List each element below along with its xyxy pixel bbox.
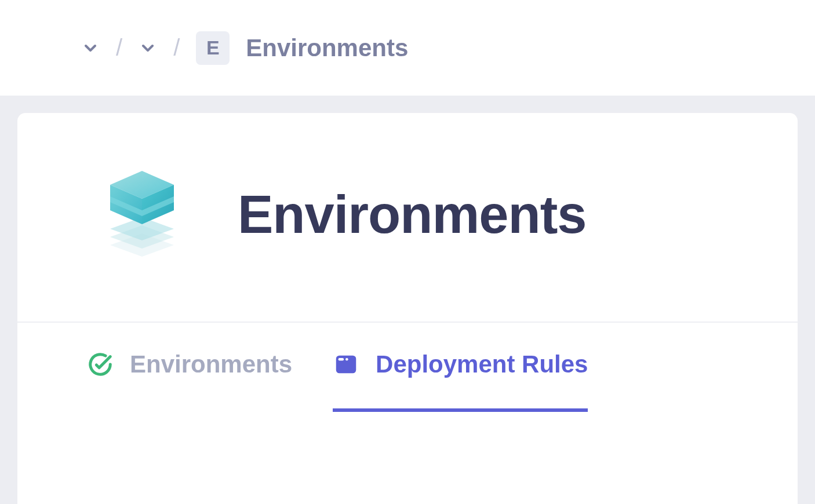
breadcrumb-separator: / (173, 35, 180, 61)
card-icon (333, 351, 359, 378)
tab-label: Deployment Rules (376, 350, 588, 378)
breadcrumb-current-label: Environments (246, 34, 408, 62)
check-circle-icon (87, 351, 114, 378)
breadcrumb-badge: E (196, 31, 230, 65)
breadcrumb-dropdown-2[interactable] (139, 39, 157, 57)
page-header: Environments (17, 113, 798, 323)
chevron-down-icon (81, 39, 100, 57)
content-area: Environments Environments (0, 96, 815, 504)
svg-rect-8 (339, 358, 344, 361)
content-card: Environments Environments (17, 113, 798, 504)
tabs: Environments Deployment Rules (17, 323, 798, 412)
svg-rect-9 (345, 358, 348, 361)
tab-label: Environments (130, 350, 292, 378)
breadcrumb: / / E Environments (0, 0, 815, 96)
page-title: Environments (238, 184, 586, 245)
chevron-down-icon (139, 39, 157, 57)
tab-environments[interactable]: Environments (87, 350, 292, 412)
environments-logo-icon (104, 171, 180, 258)
breadcrumb-separator: / (116, 35, 122, 61)
breadcrumb-dropdown-1[interactable] (81, 39, 100, 57)
tab-deployment-rules[interactable]: Deployment Rules (333, 350, 588, 412)
